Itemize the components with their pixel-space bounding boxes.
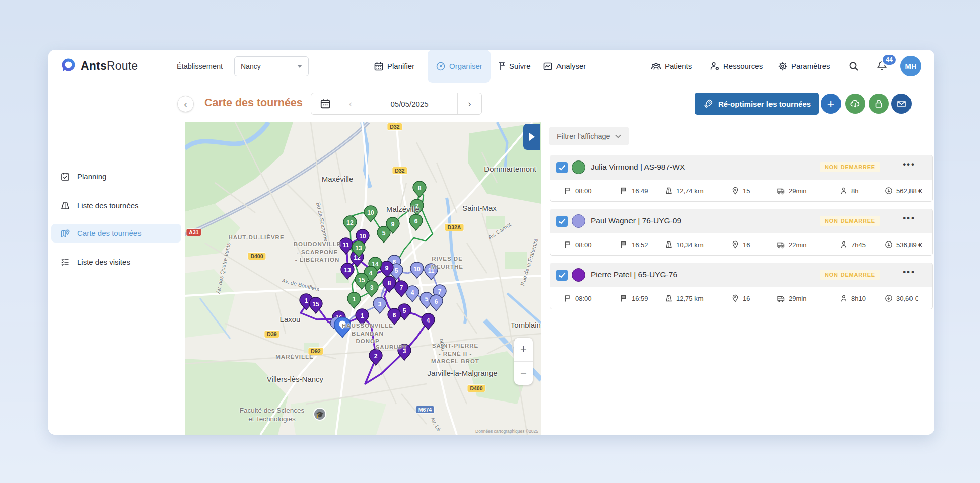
driver-color-dot bbox=[572, 268, 585, 282]
calendar-icon bbox=[320, 98, 331, 109]
svg-text:8: 8 bbox=[388, 280, 391, 287]
routes-panel: Filtrer l'affichage Julia Virmond | AS-9… bbox=[547, 122, 934, 435]
svg-text:5: 5 bbox=[403, 307, 406, 314]
svg-text:10: 10 bbox=[413, 266, 421, 273]
van-icon bbox=[777, 187, 785, 195]
filter-display-button[interactable]: Filtrer l'affichage bbox=[549, 127, 629, 145]
road-icon bbox=[665, 187, 673, 195]
search-button[interactable] bbox=[848, 50, 859, 83]
euro-icon bbox=[885, 294, 893, 302]
route-menu-button[interactable]: ••• bbox=[903, 159, 915, 170]
tab-planifier[interactable]: Planifier bbox=[374, 50, 414, 83]
map-marker[interactable]: 10 bbox=[364, 206, 377, 222]
user-avatar[interactable]: MH bbox=[900, 56, 921, 76]
chevron-down-icon bbox=[615, 134, 621, 138]
add-button[interactable]: + bbox=[821, 94, 841, 114]
notification-count-badge: 44 bbox=[882, 54, 897, 66]
brand-logo[interactable]: AntsRoute bbox=[60, 50, 138, 83]
sidebar-item-liste-des-visites[interactable]: Liste des visites bbox=[51, 253, 181, 271]
map-marker[interactable]: 8 bbox=[413, 181, 426, 197]
nav-ressources[interactable]: Ressources bbox=[710, 50, 763, 83]
tab-suivre[interactable]: Suivre bbox=[496, 50, 531, 83]
top-navbar: AntsRoute Établissement Nancy Planifier … bbox=[48, 50, 934, 83]
current-date: 05/05/2025 bbox=[362, 93, 457, 114]
main-area: ‹ Carte des tournées ‹ 05/05/2025 › bbox=[184, 83, 934, 435]
sidebar: Planning Liste des tournées Carte des to… bbox=[48, 83, 184, 435]
map-marker[interactable]: 9 bbox=[380, 261, 393, 277]
map-marker[interactable]: 8 bbox=[383, 276, 396, 292]
map-marker[interactable]: 13 bbox=[341, 263, 354, 279]
cloud-download-button[interactable] bbox=[845, 94, 865, 114]
sidebar-item-liste-des-tournees[interactable]: Liste des tournées bbox=[51, 196, 181, 215]
antsroute-logo-icon bbox=[60, 57, 77, 75]
map-district-label: SAINT-PIERRE - RENÉ II - MARCEL BROT bbox=[431, 342, 479, 366]
map-town-label: Villers-lès-Nancy bbox=[267, 375, 323, 383]
previous-day-button[interactable]: ‹ bbox=[339, 93, 362, 114]
sidebar-item-planning[interactable]: Planning bbox=[51, 167, 181, 186]
route-status-badge: NON DEMARREE bbox=[820, 270, 880, 280]
svg-text:15: 15 bbox=[358, 277, 365, 284]
lock-button[interactable] bbox=[869, 94, 889, 114]
route-menu-button[interactable]: ••• bbox=[903, 267, 915, 277]
map-marker[interactable]: 6 bbox=[409, 214, 423, 230]
svg-text:11: 11 bbox=[343, 242, 349, 249]
map-marker[interactable]: 7 bbox=[395, 281, 408, 297]
map-district-label: MARÉVILLE bbox=[275, 353, 313, 361]
tab-organiser[interactable]: Organiser bbox=[428, 50, 491, 83]
road-icon bbox=[665, 294, 673, 302]
road-shield: D92 bbox=[308, 348, 323, 355]
map-marker[interactable]: 2 bbox=[369, 349, 382, 365]
route-checkbox[interactable] bbox=[556, 270, 568, 281]
routes-map[interactable]: 6105117456310111291387115561164328710612… bbox=[185, 122, 541, 435]
route-card: Pierre Patel | 65-UYG-76NON DEMARREE•••0… bbox=[550, 263, 933, 309]
svg-text:1: 1 bbox=[361, 312, 364, 319]
tab-analyser[interactable]: Analyser bbox=[543, 50, 586, 83]
svg-text:1: 1 bbox=[305, 297, 308, 304]
calendar-button[interactable] bbox=[311, 93, 339, 114]
route-stat-distance: 12,75 km bbox=[665, 287, 703, 309]
route-card: Julia Virmond | AS-987-WXNON DEMARREE•••… bbox=[550, 155, 933, 202]
route-checkbox[interactable] bbox=[556, 216, 568, 227]
svg-text:4: 4 bbox=[411, 289, 414, 296]
svg-text:10: 10 bbox=[367, 209, 374, 216]
next-day-button[interactable]: › bbox=[457, 93, 481, 114]
pin-icon bbox=[731, 187, 739, 195]
map-marker[interactable]: 3 bbox=[373, 297, 386, 313]
zoom-in-button[interactable]: + bbox=[514, 338, 533, 362]
check-icon bbox=[558, 272, 566, 278]
collapse-panel-button[interactable] bbox=[523, 124, 540, 150]
map-marker[interactable]: 6 bbox=[430, 295, 443, 311]
establishment-select[interactable]: Nancy bbox=[234, 56, 309, 76]
checklist-icon bbox=[60, 257, 71, 267]
euro-icon bbox=[885, 187, 893, 195]
send-mail-button[interactable] bbox=[891, 94, 912, 114]
road-shield: D400 bbox=[467, 385, 485, 392]
nav-patients[interactable]: Patients bbox=[651, 50, 692, 83]
map-marker[interactable]: 5 bbox=[377, 226, 390, 243]
map-marker[interactable]: 11 bbox=[339, 238, 353, 254]
svg-text:8: 8 bbox=[418, 185, 422, 192]
map-town-label: Maxéville bbox=[322, 175, 354, 183]
route-stats-row: 08:0016:5210,34 km1622min7h45536,89 € bbox=[550, 233, 932, 256]
flag-icon bbox=[564, 187, 572, 195]
zoom-out-button[interactable]: − bbox=[514, 362, 533, 385]
map-marker[interactable]: 12 bbox=[343, 216, 357, 232]
map-marker[interactable]: 10 bbox=[410, 262, 424, 278]
route-checkbox[interactable] bbox=[556, 162, 568, 173]
road-shield: D400 bbox=[248, 253, 265, 260]
arrow-right-icon bbox=[527, 132, 536, 142]
reoptimize-button[interactable]: Ré-optimiser les tournées bbox=[695, 93, 819, 115]
road-icon bbox=[60, 201, 71, 211]
map-marker[interactable]: 1 bbox=[347, 292, 361, 308]
driver-color-dot bbox=[572, 214, 585, 228]
nav-parametres[interactable]: Paramètres bbox=[778, 50, 830, 83]
route-stat-travel: 22min bbox=[777, 233, 806, 256]
collapse-sidebar-button[interactable]: ‹ bbox=[177, 96, 194, 112]
driver-color-dot bbox=[572, 160, 585, 174]
road-shield: D32 bbox=[392, 167, 407, 174]
svg-text:15: 15 bbox=[312, 301, 319, 308]
sidebar-item-carte-des-tournees[interactable]: Carte des tournées bbox=[51, 224, 181, 243]
svg-text:7: 7 bbox=[400, 284, 403, 291]
road-icon bbox=[665, 240, 673, 249]
route-menu-button[interactable]: ••• bbox=[903, 213, 915, 223]
